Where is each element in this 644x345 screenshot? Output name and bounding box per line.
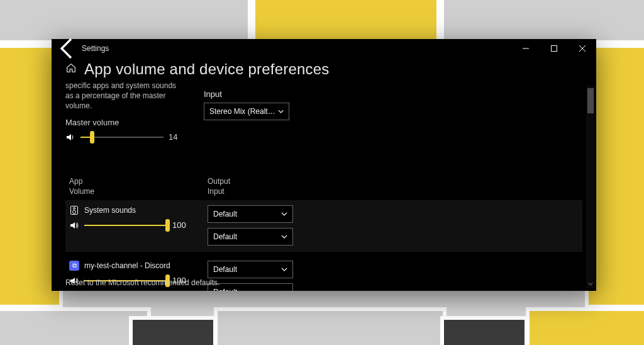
- settings-window: Settings App volume and device preferenc…: [52, 39, 596, 291]
- master-volume-value: 14: [169, 132, 185, 142]
- master-volume-label: Master volume: [65, 118, 185, 127]
- speaker-icon: [69, 220, 79, 230]
- window-title: Settings: [82, 44, 109, 53]
- chevron-down-icon: [278, 108, 284, 115]
- chevron-down-icon: [281, 211, 287, 217]
- svg-rect-0: [551, 46, 557, 52]
- app-name: System sounds: [84, 206, 136, 215]
- svg-point-3: [73, 210, 76, 213]
- input-device-dropdown[interactable]: Stereo Mix (Realtek...: [204, 103, 289, 120]
- close-button[interactable]: [568, 39, 596, 58]
- chevron-down-icon: [281, 266, 287, 273]
- scroll-down-arrow-icon[interactable]: [586, 280, 595, 288]
- app-volume-value: 100: [172, 220, 189, 230]
- page-title: App volume and device preferences: [84, 60, 330, 78]
- app-output-selected: Default: [213, 265, 237, 274]
- app-input-dropdown[interactable]: Default: [208, 283, 293, 291]
- input-label: Input: [204, 89, 298, 99]
- window-titlebar: Settings: [52, 39, 596, 58]
- home-icon[interactable]: [65, 62, 77, 76]
- app-input-selected: Default: [213, 288, 237, 291]
- col-input: Input: [208, 186, 302, 196]
- app-input-selected: Default: [213, 232, 237, 241]
- back-button[interactable]: [55, 39, 80, 58]
- page-header: App volume and device preferences: [65, 60, 582, 78]
- maximize-button[interactable]: [540, 39, 568, 58]
- svg-point-2: [74, 207, 75, 209]
- scrollbar-thumb[interactable]: [587, 88, 594, 113]
- col-output: Output: [208, 176, 302, 186]
- vertical-scrollbar[interactable]: [586, 86, 595, 288]
- minimize-icon: [523, 45, 529, 52]
- app-output-dropdown[interactable]: Default: [208, 205, 293, 223]
- chevron-down-icon: [281, 289, 287, 291]
- col-volume: Volume: [69, 186, 189, 196]
- back-arrow-icon: [55, 36, 80, 61]
- master-description: specific apps and system sounds as a per…: [65, 81, 185, 111]
- table-header: App Volume Output Input: [65, 176, 582, 196]
- master-volume-slider[interactable]: [80, 132, 164, 142]
- speaker-icon: [65, 132, 75, 142]
- input-device-selected: Stereo Mix (Realtek...: [209, 107, 278, 116]
- maximize-icon: [551, 45, 557, 52]
- col-app: App: [69, 176, 189, 186]
- minimize-button[interactable]: [511, 39, 540, 58]
- app-row: System sounds100DefaultDefault: [65, 200, 582, 252]
- chevron-down-icon: [281, 234, 287, 240]
- discord-icon: ⧉: [69, 261, 79, 271]
- system-sounds-icon: [69, 205, 79, 215]
- app-name: my-test-channel - Discord: [84, 261, 170, 270]
- app-output-dropdown[interactable]: Default: [208, 261, 293, 278]
- close-icon: [579, 45, 586, 52]
- app-volume-slider[interactable]: [84, 220, 167, 230]
- app-input-dropdown[interactable]: Default: [208, 228, 293, 246]
- app-output-selected: Default: [213, 210, 237, 218]
- reset-defaults-text: Reset to the Microsoft recommended defau…: [65, 278, 219, 287]
